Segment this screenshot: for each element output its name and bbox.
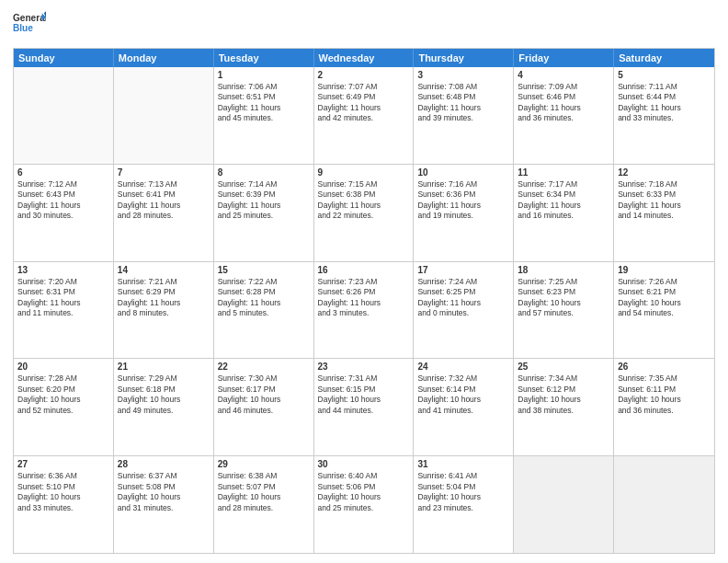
calendar-cell-r0-c5: 4Sunrise: 7:09 AMSunset: 6:46 PMDaylight… [514,67,614,164]
day-number: 27 [17,459,109,469]
cell-line: Sunset: 6:49 PM [318,92,410,102]
day-number: 29 [218,459,310,469]
header-day-wednesday: Wednesday [314,49,415,67]
cell-line: and 14 minutes. [618,211,711,221]
cell-line: Sunrise: 7:13 AM [118,179,210,190]
cell-line: Daylight: 11 hours [118,201,210,211]
calendar-cell-r3-c5: 25Sunrise: 7:34 AMSunset: 6:12 PMDayligh… [514,359,614,455]
calendar-row-0: 1Sunrise: 7:06 AMSunset: 6:51 PMDaylight… [14,67,714,165]
calendar-cell-r2-c0: 13Sunrise: 7:20 AMSunset: 6:31 PMDayligh… [14,262,114,359]
cell-line: Sunrise: 6:38 AM [218,471,310,481]
header-day-monday: Monday [114,49,214,67]
cell-line: Sunset: 6:18 PM [118,385,210,395]
cell-line: and 57 minutes. [518,308,609,318]
cell-line: Daylight: 11 hours [518,103,609,113]
day-number: 30 [318,459,410,469]
day-number: 15 [218,265,310,275]
calendar-row-3: 20Sunrise: 7:28 AMSunset: 6:20 PMDayligh… [14,359,714,456]
header-day-tuesday: Tuesday [214,49,314,67]
cell-line: and 41 minutes. [417,406,509,416]
cell-line: Sunset: 6:25 PM [417,287,509,297]
cell-line: and 52 minutes. [17,406,109,416]
calendar-cell-r4-c0: 27Sunrise: 6:36 AMSunset: 5:10 PMDayligh… [14,456,114,553]
calendar-cell-r0-c4: 3Sunrise: 7:08 AMSunset: 6:48 PMDaylight… [414,67,514,164]
day-number: 4 [518,70,609,80]
cell-line: Sunrise: 7:35 AM [618,373,711,384]
cell-line: Sunrise: 7:14 AM [218,179,310,190]
calendar-cell-r3-c1: 21Sunrise: 7:29 AMSunset: 6:18 PMDayligh… [114,359,214,455]
day-number: 22 [218,362,310,372]
cell-line: Sunrise: 7:21 AM [118,277,210,287]
cell-line: Daylight: 10 hours [518,395,609,405]
cell-line: Sunset: 5:07 PM [218,482,310,492]
header: General Blue [13,9,715,42]
day-number: 10 [417,167,509,178]
calendar-cell-r3-c4: 24Sunrise: 7:32 AMSunset: 6:14 PMDayligh… [414,359,514,455]
cell-line: Daylight: 10 hours [17,492,109,502]
page: General Blue SundayMondayTuesdayWednesda… [0,0,728,563]
calendar-cell-r3-c3: 23Sunrise: 7:31 AMSunset: 6:15 PMDayligh… [314,359,415,455]
cell-line: Sunrise: 6:41 AM [417,471,509,481]
cell-line: Sunset: 6:44 PM [618,92,711,102]
cell-line: Sunset: 5:06 PM [318,482,410,492]
cell-line: Sunset: 6:28 PM [218,287,310,297]
calendar-cell-r0-c0 [14,67,114,164]
cell-line: Daylight: 11 hours [618,103,711,113]
calendar-cell-r0-c1 [114,67,214,164]
calendar-cell-r4-c1: 28Sunrise: 6:37 AMSunset: 5:08 PMDayligh… [114,456,214,553]
calendar-cell-r2-c4: 17Sunrise: 7:24 AMSunset: 6:25 PMDayligh… [414,262,514,359]
day-number: 5 [618,70,711,80]
cell-line: Daylight: 11 hours [518,201,609,211]
cell-line: Sunrise: 7:06 AM [218,82,310,92]
day-number: 12 [618,167,711,178]
calendar-row-2: 13Sunrise: 7:20 AMSunset: 6:31 PMDayligh… [14,262,714,360]
cell-line: Sunset: 6:38 PM [318,190,410,200]
day-number: 11 [518,167,609,178]
day-number: 20 [17,362,109,372]
calendar-cell-r2-c3: 16Sunrise: 7:23 AMSunset: 6:26 PMDayligh… [314,262,415,359]
cell-line: Sunrise: 7:11 AM [618,82,711,92]
calendar-cell-r1-c4: 10Sunrise: 7:16 AMSunset: 6:36 PMDayligh… [414,165,514,261]
cell-line: Sunset: 6:39 PM [218,190,310,200]
cell-line: Sunrise: 7:25 AM [518,277,609,287]
calendar-cell-r0-c6: 5Sunrise: 7:11 AMSunset: 6:44 PMDaylight… [614,67,714,164]
day-number: 1 [218,70,310,80]
calendar-cell-r3-c6: 26Sunrise: 7:35 AMSunset: 6:11 PMDayligh… [614,359,714,455]
cell-line: and 16 minutes. [518,211,609,221]
calendar-row-4: 27Sunrise: 6:36 AMSunset: 5:10 PMDayligh… [14,456,714,553]
cell-line: Sunset: 6:48 PM [417,92,509,102]
header-day-friday: Friday [514,49,614,67]
day-number: 6 [17,167,109,178]
cell-line: Daylight: 10 hours [618,395,711,405]
calendar-cell-r4-c5 [514,456,614,553]
cell-line: and 28 minutes. [218,503,310,513]
calendar-cell-r2-c2: 15Sunrise: 7:22 AMSunset: 6:28 PMDayligh… [214,262,314,359]
cell-line: Daylight: 10 hours [417,395,509,405]
cell-line: Sunset: 6:46 PM [518,92,609,102]
cell-line: Daylight: 10 hours [218,492,310,502]
cell-line: Sunrise: 7:09 AM [518,82,609,92]
cell-line: Daylight: 11 hours [318,201,410,211]
cell-line: and 46 minutes. [218,406,310,416]
day-number: 26 [618,362,711,372]
cell-line: Sunrise: 7:16 AM [417,179,509,190]
calendar-cell-r3-c2: 22Sunrise: 7:30 AMSunset: 6:17 PMDayligh… [214,359,314,455]
cell-line: Sunset: 6:11 PM [618,385,711,395]
day-number: 18 [518,265,609,275]
cell-line: Sunrise: 6:37 AM [118,471,210,481]
cell-line: Daylight: 10 hours [417,492,509,502]
cell-line: Daylight: 11 hours [618,201,711,211]
day-number: 2 [318,70,410,80]
cell-line: and 49 minutes. [118,406,210,416]
calendar: SundayMondayTuesdayWednesdayThursdayFrid… [13,48,715,554]
cell-line: Sunset: 6:17 PM [218,385,310,395]
calendar-cell-r4-c3: 30Sunrise: 6:40 AMSunset: 5:06 PMDayligh… [314,456,415,553]
calendar-cell-r0-c3: 2Sunrise: 7:07 AMSunset: 6:49 PMDaylight… [314,67,415,164]
cell-line: Sunrise: 7:18 AM [618,179,711,190]
calendar-cell-r0-c2: 1Sunrise: 7:06 AMSunset: 6:51 PMDaylight… [214,67,314,164]
cell-line: Daylight: 11 hours [218,201,310,211]
cell-line: Sunrise: 6:40 AM [318,471,410,481]
calendar-cell-r1-c6: 12Sunrise: 7:18 AMSunset: 6:33 PMDayligh… [614,165,714,261]
day-number: 21 [118,362,210,372]
cell-line: and 42 minutes. [318,113,410,123]
